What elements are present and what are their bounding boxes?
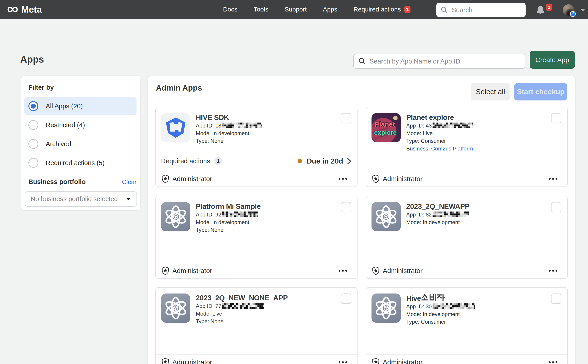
app-select-checkbox[interactable]: [551, 113, 562, 124]
app-info: Planet explore App ID: 43 Mode: Live Typ…: [406, 113, 473, 171]
app-card-hive-sdk[interactable]: HIVE SDK App ID: 18 Mode: In development…: [155, 107, 358, 187]
business-portfolio-select[interactable]: No business portfolio selected: [25, 191, 137, 207]
role-label: Administrator: [172, 358, 212, 364]
app-card-2023-2q-newapp[interactable]: 2023_2Q_NEWAPP App ID: 82 Mode: In devel…: [366, 196, 568, 279]
app-mode-line: Mode: In development: [196, 219, 261, 226]
app-name: Platform Mi Sample: [196, 202, 261, 211]
dot: [552, 361, 554, 363]
nav-label: Required actions: [353, 6, 401, 13]
app-mode-line: Mode: In development: [406, 311, 475, 318]
dot: [339, 270, 340, 272]
profile-avatar[interactable]: f: [563, 4, 575, 16]
more-options-button[interactable]: [549, 270, 557, 272]
radio-selected-icon[interactable]: [28, 101, 38, 111]
app-select-checkbox[interactable]: [341, 202, 351, 212]
dot: [549, 178, 551, 180]
app-name: 2023_2Q_NEWAPP: [406, 202, 470, 211]
dot: [342, 361, 344, 363]
more-options-button[interactable]: [339, 361, 347, 363]
app-select-checkbox[interactable]: [551, 293, 562, 304]
business-link[interactable]: Com2us Platform: [431, 145, 473, 152]
filter-option-restricted[interactable]: Restricted (4): [24, 116, 137, 134]
app-type-line: Type: Consumer: [406, 137, 473, 145]
global-search-input[interactable]: Search: [436, 3, 526, 17]
app-search-input[interactable]: Search by App Name or App ID: [353, 54, 525, 69]
nav-item-tools[interactable]: Tools: [254, 6, 268, 13]
app-select-checkbox[interactable]: [341, 113, 351, 124]
meta-logo[interactable]: Meta: [7, 0, 42, 19]
app-card-head: Hive App ID: 30: [366, 288, 567, 354]
app-name: HIVE SDK: [196, 113, 261, 122]
nav-label: Tools: [254, 6, 268, 13]
app-id-prefix: 43: [426, 122, 432, 129]
start-checkup-button[interactable]: Start checkup: [514, 83, 567, 100]
app-card-head: Planet explore Planet explore App ID: 43…: [366, 107, 567, 171]
nav-item-support[interactable]: Support: [285, 6, 307, 13]
redacted-app-id: [222, 303, 264, 309]
app-name: Hive: [406, 293, 475, 303]
planet-explore-app-icon: Planet explore: [372, 113, 401, 142]
app-info: HIVE SDK App ID: 18 Mode: In development…: [196, 113, 261, 151]
nav-item-required-actions[interactable]: Required actions 1: [353, 6, 411, 13]
required-actions-row[interactable]: Required actions 1 Due in 20d: [156, 151, 357, 171]
redacted-app-id: [222, 212, 258, 217]
app-type-line: Type: None: [196, 318, 288, 325]
nav-label: Docs: [223, 6, 237, 13]
app-name-latin: Hive: [406, 294, 421, 303]
global-search-placeholder: Search: [452, 6, 472, 14]
app-select-checkbox[interactable]: [341, 293, 351, 304]
app-card-platform-mi-sample[interactable]: Platform Mi Sample App ID: 92 Mode: In d…: [155, 196, 358, 279]
filter-option-label: Required actions (5): [46, 159, 105, 167]
role-label: Administrator: [172, 175, 212, 183]
app-id-line: App ID: 30: [406, 303, 475, 310]
nav-item-apps[interactable]: Apps: [323, 6, 337, 13]
app-id-label: App ID:: [406, 122, 424, 129]
notifications-button[interactable]: 1: [536, 4, 554, 16]
app-mode-line: Mode: Live: [196, 310, 288, 317]
facebook-badge-icon: f: [570, 11, 576, 17]
more-options-button[interactable]: [549, 178, 557, 180]
app-card-planet-explore[interactable]: Planet explore Planet explore App ID: 43…: [366, 107, 568, 187]
more-options-button[interactable]: [339, 270, 347, 272]
filter-option-archived[interactable]: Archived: [24, 135, 137, 153]
app-id-label: App ID:: [196, 211, 214, 218]
role-label: Administrator: [383, 267, 423, 275]
notifications-badge: 1: [546, 4, 552, 11]
filter-option-all-apps[interactable]: All Apps (20): [24, 97, 137, 115]
radio-icon[interactable]: [28, 139, 38, 149]
more-options-button[interactable]: [549, 361, 557, 363]
hive-sdk-app-icon: [161, 113, 190, 142]
app-card-head: 2023_2Q_NEWAPP App ID: 82 Mode: In devel…: [366, 196, 567, 263]
filter-by-heading: Filter by: [28, 84, 54, 91]
filter-option-required-actions[interactable]: Required actions (5): [24, 154, 137, 172]
app-select-checkbox[interactable]: [551, 202, 562, 212]
admin-shield-icon: [161, 266, 170, 275]
app-card-2023-2q-new-none-app[interactable]: 2023_2Q_NEW_NONE_APP App ID: 77 Mode: Li…: [155, 287, 358, 364]
search-icon: [440, 6, 448, 14]
dot: [345, 178, 347, 180]
admin-apps-panel: Admin Apps Select all Start checkup HIVE…: [148, 76, 575, 364]
radio-icon[interactable]: [28, 158, 38, 168]
app-info: 2023_2Q_NEWAPP App ID: 82 Mode: In devel…: [406, 202, 470, 263]
redacted-app-id: [222, 123, 261, 128]
app-card-hive-consumer[interactable]: Hive App ID: 30: [366, 287, 568, 364]
admin-shield-icon: [161, 358, 170, 364]
redacted-app-id: [432, 123, 473, 128]
app-card-footer: Administrator: [366, 171, 567, 187]
search-icon: [358, 58, 366, 65]
app-mode-line: Mode: In development: [406, 219, 470, 226]
app-id-prefix: 92: [215, 211, 222, 218]
dot: [555, 270, 557, 272]
app-id-prefix: 30: [426, 303, 432, 310]
radio-icon[interactable]: [28, 120, 38, 130]
dot: [342, 178, 344, 180]
clear-link[interactable]: Clear: [122, 179, 137, 186]
app-id-label: App ID:: [196, 303, 214, 310]
select-all-button[interactable]: Select all: [471, 83, 510, 100]
profile-caret-icon[interactable]: [580, 8, 586, 12]
nav-item-docs[interactable]: Docs: [223, 6, 237, 13]
filter-option-label: Archived: [46, 140, 71, 148]
more-options-button[interactable]: [339, 178, 347, 180]
create-app-button[interactable]: Create App: [530, 51, 575, 69]
dot: [345, 270, 347, 272]
